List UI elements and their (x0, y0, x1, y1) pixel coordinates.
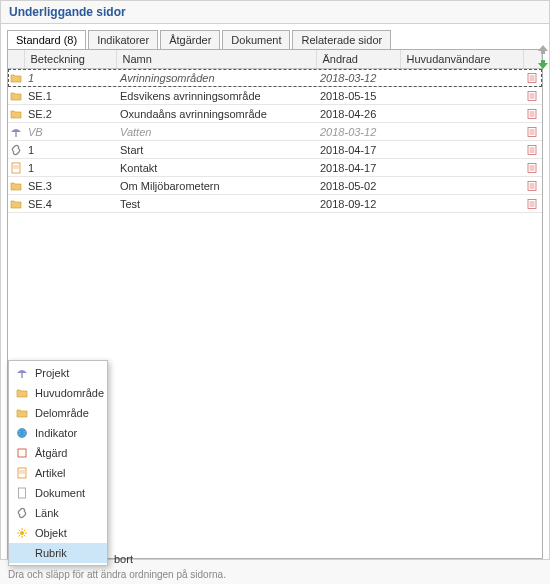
tab-bar: Standard (8) Indikatorer Åtgärder Dokume… (1, 24, 549, 49)
table-row[interactable]: VBVatten2018-03-12 (8, 123, 542, 141)
cell-andrad: 2018-05-02 (316, 177, 400, 195)
cell-andrad: 2018-09-12 (316, 195, 400, 213)
behind-text: bort (114, 553, 133, 565)
menu-item-åtgärd[interactable]: Åtgärd (9, 443, 107, 463)
row-action-icon[interactable] (524, 123, 542, 141)
folder-icon (15, 386, 29, 400)
table-row[interactable]: 1Avrinningsområden2018-03-12 (8, 69, 542, 87)
link-icon (15, 506, 29, 520)
table-row[interactable]: SE.4Test2018-09-12 (8, 195, 542, 213)
cell-namn: Kontakt (116, 159, 316, 177)
cell-andrad: 2018-04-17 (316, 159, 400, 177)
menu-item-rubrik[interactable]: Rubrik (9, 543, 107, 563)
menu-item-label: Indikator (35, 427, 77, 439)
tab-standard[interactable]: Standard (8) (7, 30, 86, 49)
row-action-icon[interactable] (524, 105, 542, 123)
cell-namn: Oxundaåns avrinningsområde (116, 105, 316, 123)
menu-item-objekt[interactable]: Objekt (9, 523, 107, 543)
tab-dokument[interactable]: Dokument (222, 30, 290, 49)
folder-icon (8, 177, 24, 195)
svg-line-49 (24, 535, 26, 537)
header-row: Beteckning Namn Ändrad Huvudanvändare (8, 50, 542, 69)
menu-item-projekt[interactable]: Projekt (9, 363, 107, 383)
cell-andrad: 2018-03-12 (316, 123, 400, 141)
cell-namn: Test (116, 195, 316, 213)
svg-point-43 (20, 531, 24, 535)
row-action-icon[interactable] (524, 87, 542, 105)
menu-item-label: Objekt (35, 527, 67, 539)
menu-item-label: Länk (35, 507, 59, 519)
col-andrad[interactable]: Ändrad (316, 50, 400, 69)
table-row[interactable]: 1Start2018-04-17 (8, 141, 542, 159)
page-icon (15, 486, 29, 500)
cell-namn: Edsvikens avrinningsområde (116, 87, 316, 105)
menu-item-label: Delområde (35, 407, 89, 419)
tab-atgarder[interactable]: Åtgärder (160, 30, 220, 49)
cell-andrad: 2018-04-26 (316, 105, 400, 123)
row-action-icon[interactable] (524, 177, 542, 195)
cell-beteckning: SE.2 (24, 105, 116, 123)
svg-line-51 (24, 530, 26, 532)
menu-item-huvudområde[interactable]: Huvudområde (9, 383, 107, 403)
cell-beteckning: SE.1 (24, 87, 116, 105)
col-namn[interactable]: Namn (116, 50, 316, 69)
reorder-arrows (536, 42, 550, 72)
menu-item-delområde[interactable]: Delområde (9, 403, 107, 423)
cell-andrad: 2018-05-15 (316, 87, 400, 105)
cell-huvudanvandare (400, 141, 524, 159)
cell-namn: Vatten (116, 123, 316, 141)
col-beteckning[interactable]: Beteckning (24, 50, 116, 69)
row-action-icon[interactable] (524, 141, 542, 159)
menu-item-indikator[interactable]: Indikator (9, 423, 107, 443)
table-row[interactable]: SE.2Oxundaåns avrinningsområde2018-04-26 (8, 105, 542, 123)
svg-line-48 (19, 530, 21, 532)
cell-huvudanvandare (400, 123, 524, 141)
cell-huvudanvandare (400, 177, 524, 195)
folder-icon (8, 87, 24, 105)
cell-namn: Avrinningsområden (116, 69, 316, 87)
cell-namn: Start (116, 141, 316, 159)
cell-andrad: 2018-04-17 (316, 141, 400, 159)
context-menu: ProjektHuvudområdeDelområdeIndikatorÅtgä… (8, 360, 108, 566)
menu-item-label: Artikel (35, 467, 66, 479)
svg-rect-38 (18, 449, 26, 457)
menu-item-label: Projekt (35, 367, 69, 379)
menu-item-label: Huvudområde (35, 387, 104, 399)
cell-beteckning: 1 (24, 141, 116, 159)
square-icon (15, 446, 29, 460)
cell-namn: Om Miljöbarometern (116, 177, 316, 195)
cell-beteckning: 1 (24, 159, 116, 177)
svg-line-50 (19, 535, 21, 537)
folder-icon (8, 105, 24, 123)
link-icon (8, 141, 24, 159)
folder-icon (15, 406, 29, 420)
col-huvudanvandare[interactable]: Huvudanvändare (400, 50, 524, 69)
move-down-icon[interactable] (536, 58, 550, 72)
cell-huvudanvandare (400, 195, 524, 213)
row-action-icon[interactable] (524, 195, 542, 213)
row-action-icon[interactable] (524, 159, 542, 177)
footer-note: Dra och släpp för att ändra ordningen på… (8, 569, 226, 580)
table-row[interactable]: SE.1Edsvikens avrinningsområde2018-05-15 (8, 87, 542, 105)
menu-item-dokument[interactable]: Dokument (9, 483, 107, 503)
tab-relaterade[interactable]: Relaterade sidor (292, 30, 391, 49)
cell-huvudanvandare (400, 159, 524, 177)
menu-item-label: Åtgärd (35, 447, 67, 459)
blank-icon (15, 546, 29, 560)
tab-indikatorer[interactable]: Indikatorer (88, 30, 158, 49)
sun-icon (15, 526, 29, 540)
menu-item-länk[interactable]: Länk (9, 503, 107, 523)
panel-title: Underliggande sidor (1, 1, 549, 24)
cell-andrad: 2018-03-12 (316, 69, 400, 87)
cell-beteckning: SE.3 (24, 177, 116, 195)
doc-icon (8, 159, 24, 177)
menu-item-artikel[interactable]: Artikel (9, 463, 107, 483)
cell-beteckning: SE.4 (24, 195, 116, 213)
move-up-icon[interactable] (536, 42, 550, 56)
table-row[interactable]: SE.3Om Miljöbarometern2018-05-02 (8, 177, 542, 195)
cell-beteckning: 1 (24, 69, 116, 87)
table-row[interactable]: 1Kontakt2018-04-17 (8, 159, 542, 177)
cell-huvudanvandare (400, 105, 524, 123)
cell-huvudanvandare (400, 87, 524, 105)
menu-item-label: Rubrik (35, 547, 67, 559)
